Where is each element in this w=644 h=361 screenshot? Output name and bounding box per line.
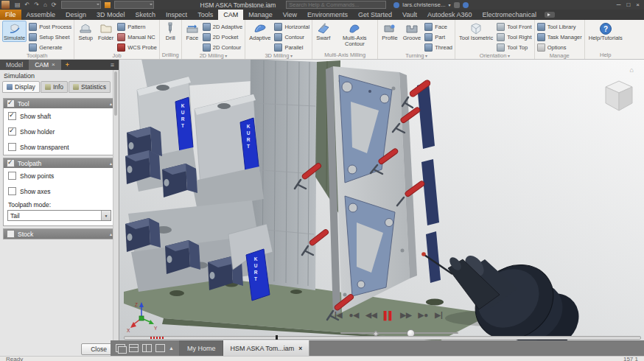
restore-button[interactable]: □ — [626, 1, 630, 8]
viewport-3d[interactable]: KURT KURT — [119, 59, 644, 340]
turn-face-button[interactable]: Face — [424, 23, 452, 31]
contour-button[interactable]: Contour — [274, 33, 309, 41]
parallel-button[interactable]: Parallel — [274, 43, 309, 52]
swarf-button[interactable]: Swarf — [315, 21, 332, 42]
show-shaft-row[interactable]: Show shaft — [4, 108, 115, 124]
close-button[interactable]: × — [636, 1, 640, 8]
groove-button[interactable]: Groove — [402, 21, 423, 42]
panel-scrollbar[interactable] — [113, 70, 119, 356]
tool-library-button[interactable]: Tool Library — [537, 23, 582, 31]
inventor-logo[interactable] — [1, 1, 10, 9]
tab-vault[interactable]: Vault — [397, 10, 422, 20]
group-label-2d-milling[interactable]: 2D Milling — [184, 52, 242, 60]
toolpath-group-header[interactable]: Toolpath — [4, 158, 115, 168]
orbit-icon[interactable]: ⟳ — [52, 0, 57, 10]
manual-nc-button[interactable]: Manual NC — [117, 33, 157, 41]
open-icon[interactable]: ▤ — [15, 0, 21, 10]
setup-sheet-button[interactable]: Setup Sheet — [29, 33, 71, 41]
undo-icon[interactable]: ↶ — [25, 0, 30, 10]
tool-right-button[interactable]: Tool Right — [497, 33, 531, 41]
tab-design[interactable]: Design — [60, 10, 91, 20]
tab-view[interactable]: View — [278, 10, 302, 20]
minimize-button[interactable]: ─ — [617, 1, 621, 8]
post-process-button[interactable]: Post Process — [29, 23, 71, 31]
tab-autodesk-a360[interactable]: Autodesk A360 — [422, 10, 477, 20]
2d-adaptive-button[interactable]: 2D Adaptive — [203, 23, 242, 31]
forward-button[interactable]: ▶▶ — [400, 310, 411, 320]
tile-vertical-icon[interactable] — [142, 344, 152, 352]
my-home-tab[interactable]: My Home — [180, 340, 224, 356]
subtab-info[interactable]: Info — [41, 81, 68, 93]
cart-icon[interactable] — [454, 2, 460, 8]
tab-sketch[interactable]: Sketch — [130, 10, 161, 20]
turn-thread-button[interactable]: Thread — [424, 43, 452, 52]
wcs-probe-button[interactable]: WCS Probe — [117, 43, 157, 52]
previous-operation-button[interactable]: ●◀ — [349, 310, 360, 320]
generate-button[interactable]: Generate — [29, 43, 71, 52]
cascade-windows-icon[interactable] — [116, 344, 125, 352]
single-window-icon[interactable] — [155, 344, 165, 352]
simulate-button[interactable]: Simulate — [2, 21, 27, 42]
setup-button[interactable]: Setup — [77, 21, 94, 42]
redo-icon[interactable]: ↷ — [34, 0, 39, 10]
document-tab[interactable]: HSM ASKA Tom...iam × — [223, 340, 309, 356]
drill-button[interactable]: Drill — [162, 21, 178, 42]
show-holder-row[interactable]: Show holder — [4, 124, 115, 139]
tab-electromechanical[interactable]: Electromechanical — [477, 10, 542, 20]
timeline-track[interactable] — [124, 336, 641, 340]
show-shaft-checkbox[interactable] — [8, 112, 16, 120]
tab-environments[interactable]: Environments — [302, 10, 353, 20]
pin-icon[interactable] — [110, 231, 112, 236]
show-points-checkbox[interactable] — [8, 172, 16, 180]
tool-group-header[interactable]: Tool — [4, 99, 115, 108]
tool-front-button[interactable]: Tool Front — [497, 23, 531, 31]
subtab-display[interactable]: Display — [2, 81, 40, 93]
subtab-statistics[interactable]: Statistics — [69, 81, 111, 93]
tab-file[interactable]: File — [0, 10, 21, 20]
toolpath-mode-select[interactable]: Tail — [7, 210, 111, 221]
user-area[interactable]: lars.christense... ▾ — [393, 1, 468, 8]
pin-icon[interactable] — [110, 101, 112, 106]
tab-tools[interactable]: Tools — [192, 10, 218, 20]
horizontal-button[interactable]: Horizontal — [274, 23, 309, 31]
simulation-timeline[interactable] — [124, 334, 640, 340]
help-tutorials-button[interactable]: ? Help/Tutorials — [587, 21, 624, 42]
document-tab-close-icon[interactable]: × — [298, 345, 302, 352]
tab-assemble[interactable]: Assemble — [21, 10, 61, 20]
cam-tab-close-icon[interactable]: × — [52, 61, 55, 68]
group-label-3d-milling[interactable]: 3D Milling — [248, 52, 309, 60]
search-input[interactable] — [286, 1, 386, 9]
skip-to-end-button[interactable]: ▶| — [435, 310, 443, 320]
view-cube[interactable] — [601, 75, 637, 113]
group-label-orientation[interactable]: Orientation — [458, 52, 532, 60]
show-axes-row[interactable]: Show axes — [4, 183, 115, 199]
collapse-strip-icon[interactable]: ▲ — [169, 346, 174, 351]
tool-group-checkbox[interactable] — [7, 99, 15, 108]
2d-contour-button[interactable]: 2D Contour — [203, 43, 242, 52]
skip-to-start-button[interactable]: |◀ — [335, 310, 343, 320]
tab-3d-model[interactable]: 3D Model — [91, 10, 130, 20]
profile-button[interactable]: Profile — [380, 21, 399, 42]
show-transparent-checkbox[interactable] — [8, 143, 16, 151]
material-select[interactable] — [61, 1, 101, 9]
screencast-icon[interactable] — [545, 12, 555, 18]
help-circle-icon[interactable] — [463, 2, 469, 8]
home-icon[interactable]: ⌂ — [43, 0, 47, 10]
panel-tab-model[interactable]: Model — [0, 59, 29, 70]
turn-part-button[interactable]: Part — [424, 33, 452, 41]
show-holder-checkbox[interactable] — [8, 127, 16, 136]
speed-slider-track[interactable] — [340, 332, 458, 334]
task-manager-button[interactable]: Task Manager — [537, 33, 582, 41]
toolpath-group-checkbox[interactable] — [7, 159, 15, 167]
appearance-select[interactable] — [114, 1, 154, 9]
tab-get-started[interactable]: Get Started — [353, 10, 397, 20]
viewcube-home-icon[interactable]: ⌂ — [630, 66, 634, 74]
rewind-button[interactable]: ◀◀ — [365, 310, 377, 320]
tombstone-scene[interactable]: KURT KURT — [119, 59, 644, 340]
show-transparent-row[interactable]: Show transparent — [4, 139, 115, 155]
panel-tab-add-button[interactable]: + — [61, 59, 74, 70]
group-label-turning[interactable]: Turning — [380, 52, 452, 60]
2d-pocket-button[interactable]: 2D Pocket — [203, 33, 242, 41]
tool-isometric-button[interactable]: Tool Isometric — [458, 21, 494, 42]
adaptive-button[interactable]: Adaptive — [248, 21, 272, 42]
